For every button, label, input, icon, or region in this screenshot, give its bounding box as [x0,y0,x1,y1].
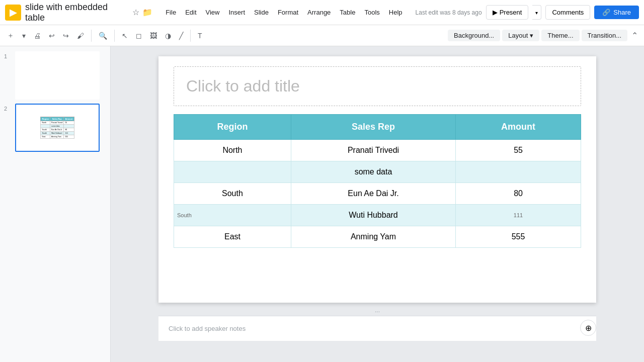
title-actions: ☆ 📁 [132,8,152,17]
cell-region: South [174,183,291,205]
paint-format-button[interactable]: 🖌 [74,30,87,42]
canvas-area: Click to add title Region Sales Rep Amou… [111,46,644,362]
cell-sales-rep: some data [291,161,455,183]
slide-number-1: 1 [4,51,12,59]
top-bar: ▶ slide with embedded table ☆ 📁 File Edi… [0,0,644,25]
menu-tools[interactable]: Tools [360,7,383,18]
select-button[interactable]: ↖ [119,30,131,42]
background-button[interactable]: Background... [448,30,500,41]
print-button[interactable]: 🖨 [31,30,44,42]
menu-help[interactable]: Help [385,7,407,18]
layout-button[interactable]: Layout ▾ [502,30,539,41]
share-icon: 🔗 [602,9,610,16]
effects-button[interactable]: ◑ [162,30,174,42]
shape-button[interactable]: ◻ [133,30,145,42]
table-row: South Eun Ae Dai Jr. 80 [174,183,581,205]
line-button[interactable]: ╱ [176,30,186,42]
toolbar: ＋ ▾ 🖨 ↩ ↪ 🖌 🔍 ↖ ◻ 🖼 ◑ ╱ T Background... … [0,25,644,46]
slide-number-2: 2 [4,104,12,112]
menu-table[interactable]: Table [336,7,359,18]
menu-bar: File Edit View Insert Slide Format Arran… [162,7,406,18]
collapse-toolbar-button[interactable]: ⌃ [629,29,640,42]
cell-sales-rep: Anming Yam [291,226,455,248]
table-row: East Anming Yam 555 [174,226,581,248]
doc-title: slide with embedded table [25,2,126,23]
notes-area[interactable]: Click to add speaker notes [158,316,596,341]
cell-region: East [174,226,291,248]
top-right-actions: ▶ Present ▾ Comments 🔗 Share [486,5,639,20]
add-dropdown-button[interactable]: ▾ [19,30,29,42]
cell-sales-rep: Eun Ae Dai Jr. [291,183,455,205]
share-button[interactable]: 🔗 Share [594,6,639,19]
cell-amount: 111 [456,205,581,226]
image-button[interactable]: 🖼 [147,30,160,42]
redo-button[interactable]: ↪ [60,30,72,42]
main-content: 1 2 RegionSales RepAmount NorthPranati T… [0,46,644,362]
expand-button[interactable]: ⊕ [580,320,596,336]
header-region: Region [174,115,291,140]
cell-region [174,161,291,183]
slide-thumb-2[interactable]: 2 RegionSales RepAmount NorthPranati Tri… [4,104,106,152]
slide-preview-inner-1 [16,52,99,99]
cell-region: South [174,205,291,226]
table-row: North Pranati Trivedi 55 [174,140,581,161]
add-slide-button[interactable]: ＋ [4,29,17,42]
table-row: South Wuti Hubbard 111 [174,205,581,226]
menu-slide[interactable]: Slide [250,7,273,18]
header-sales-rep: Sales Rep [291,115,455,140]
menu-format[interactable]: Format [274,7,302,18]
present-icon: ▶ [493,9,498,16]
star-icon[interactable]: ☆ [132,8,139,17]
cell-amount: 55 [456,140,581,161]
separator-1 [91,30,92,42]
cell-sales-rep: Wuti Hubbard [291,205,455,226]
text-button[interactable]: T [195,30,205,42]
folder-icon[interactable]: 📁 [142,8,152,17]
cell-amount [456,161,581,183]
separator-3 [190,30,191,42]
comments-button[interactable]: Comments [545,5,590,20]
slide-preview-1[interactable] [15,51,100,100]
header-amount: Amount [456,115,581,140]
slide-thumb-1[interactable]: 1 [4,51,106,100]
slide-preview-inner-2: RegionSales RepAmount NorthPranati Trive… [16,105,99,151]
menu-view[interactable]: View [202,7,224,18]
cell-amount: 555 [456,226,581,248]
slide-canvas: Click to add title Region Sales Rep Amou… [158,56,596,303]
slides-panel: 1 2 RegionSales RepAmount NorthPranati T… [0,46,111,362]
cell-amount: 80 [456,183,581,205]
present-button[interactable]: ▶ Present [486,5,529,20]
menu-insert[interactable]: Insert [224,7,249,18]
cell-sales-rep: Pranati Trivedi [291,140,455,161]
menu-edit[interactable]: Edit [181,7,200,18]
chevron-down-icon: ▾ [535,10,538,16]
transition-button[interactable]: Transition... [582,30,627,41]
three-dots-separator: ... [158,305,596,316]
app-logo: ▶ [5,5,21,21]
mini-preview-table: RegionSales RepAmount NorthPranati Trive… [40,117,74,139]
slide-title-area[interactable]: Click to add title [174,66,581,106]
last-edit: Last edit was 8 days ago [416,9,482,16]
slide-preview-2[interactable]: RegionSales RepAmount NorthPranati Trive… [15,104,100,152]
data-table: Region Sales Rep Amount North Pranati Tr… [174,114,581,248]
menu-arrange[interactable]: Arrange [303,7,335,18]
theme-button[interactable]: Theme... [541,30,579,41]
cell-region: North [174,140,291,161]
separator-2 [114,30,115,42]
table-container: Region Sales Rep Amount North Pranati Tr… [174,114,581,248]
slide-title-placeholder: Click to add title [186,77,300,95]
notes-placeholder: Click to add speaker notes [169,325,246,332]
present-dropdown-button[interactable]: ▾ [532,5,541,20]
undo-button[interactable]: ↩ [46,30,58,42]
menu-file[interactable]: File [162,7,180,18]
table-row: some data [174,161,581,183]
zoom-button[interactable]: 🔍 [96,30,110,42]
